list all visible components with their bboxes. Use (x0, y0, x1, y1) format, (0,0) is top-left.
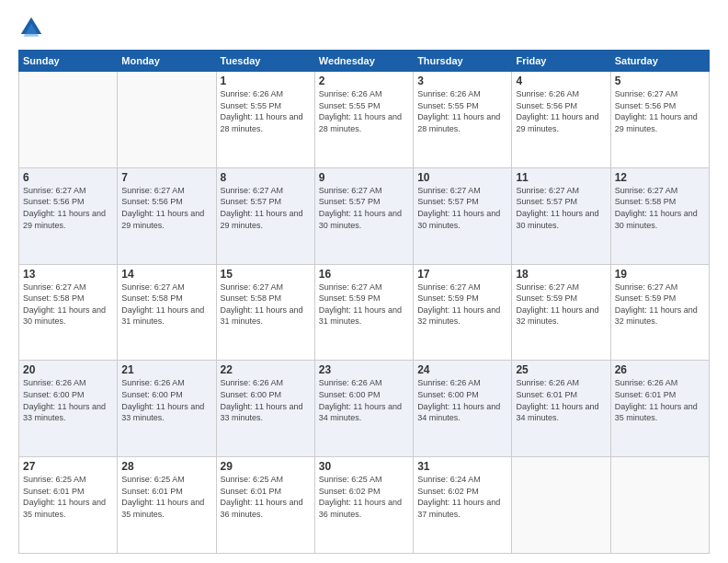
calendar-header-monday: Monday (118, 51, 216, 72)
page: SundayMondayTuesdayWednesdayThursdayFrid… (0, 0, 728, 563)
calendar-cell: 27Sunrise: 6:25 AM Sunset: 6:01 PM Dayli… (19, 457, 118, 554)
calendar-cell: 1Sunrise: 6:26 AM Sunset: 5:55 PM Daylig… (216, 72, 314, 168)
calendar-week-row: 27Sunrise: 6:25 AM Sunset: 6:01 PM Dayli… (19, 457, 710, 554)
calendar-cell: 17Sunrise: 6:27 AM Sunset: 5:59 PM Dayli… (414, 264, 512, 361)
calendar-cell: 30Sunrise: 6:25 AM Sunset: 6:02 PM Dayli… (314, 457, 413, 554)
day-info: Sunrise: 6:26 AM Sunset: 6:00 PM Dayligh… (23, 377, 113, 423)
calendar-cell: 15Sunrise: 6:27 AM Sunset: 5:58 PM Dayli… (216, 264, 314, 361)
day-info: Sunrise: 6:25 AM Sunset: 6:01 PM Dayligh… (221, 474, 311, 520)
day-number: 2 (319, 75, 409, 87)
day-info: Sunrise: 6:26 AM Sunset: 5:55 PM Dayligh… (221, 88, 311, 134)
day-number: 4 (516, 75, 606, 87)
calendar-cell: 14Sunrise: 6:27 AM Sunset: 5:58 PM Dayli… (118, 264, 216, 361)
day-info: Sunrise: 6:27 AM Sunset: 5:57 PM Dayligh… (319, 185, 409, 231)
day-number: 24 (417, 363, 507, 376)
day-number: 6 (23, 171, 113, 184)
calendar-cell: 16Sunrise: 6:27 AM Sunset: 5:59 PM Dayli… (314, 264, 413, 361)
day-number: 17 (417, 268, 507, 281)
day-info: Sunrise: 6:27 AM Sunset: 5:58 PM Dayligh… (121, 282, 211, 327)
day-info: Sunrise: 6:27 AM Sunset: 5:59 PM Dayligh… (516, 282, 606, 327)
calendar-cell: 23Sunrise: 6:26 AM Sunset: 6:00 PM Dayli… (314, 361, 413, 457)
calendar-cell: 29Sunrise: 6:25 AM Sunset: 6:01 PM Dayli… (216, 457, 314, 554)
calendar-cell: 9Sunrise: 6:27 AM Sunset: 5:57 PM Daylig… (314, 167, 413, 264)
calendar-header-row: SundayMondayTuesdayWednesdayThursdayFrid… (19, 51, 710, 72)
calendar-cell: 11Sunrise: 6:27 AM Sunset: 5:57 PM Dayli… (512, 167, 610, 264)
calendar-cell: 4Sunrise: 6:26 AM Sunset: 5:56 PM Daylig… (512, 72, 610, 168)
calendar-cell (512, 457, 610, 554)
calendar-cell: 21Sunrise: 6:26 AM Sunset: 6:00 PM Dayli… (118, 361, 216, 457)
day-number: 10 (417, 171, 507, 184)
day-number: 7 (121, 171, 211, 184)
day-number: 8 (221, 171, 311, 184)
day-number: 22 (221, 363, 311, 376)
day-number: 3 (417, 75, 507, 87)
calendar-cell: 24Sunrise: 6:26 AM Sunset: 6:00 PM Dayli… (414, 361, 512, 457)
calendar-cell (118, 72, 216, 168)
calendar-cell: 18Sunrise: 6:27 AM Sunset: 5:59 PM Dayli… (512, 264, 610, 361)
day-number: 19 (615, 268, 705, 281)
day-info: Sunrise: 6:27 AM Sunset: 5:57 PM Dayligh… (221, 185, 311, 231)
calendar-cell: 6Sunrise: 6:27 AM Sunset: 5:56 PM Daylig… (19, 167, 118, 264)
day-number: 28 (121, 460, 211, 473)
calendar-table: SundayMondayTuesdayWednesdayThursdayFrid… (18, 50, 710, 554)
day-info: Sunrise: 6:27 AM Sunset: 5:59 PM Dayligh… (615, 282, 705, 327)
day-number: 20 (23, 363, 113, 376)
day-info: Sunrise: 6:25 AM Sunset: 6:01 PM Dayligh… (121, 474, 211, 520)
calendar-cell: 22Sunrise: 6:26 AM Sunset: 6:00 PM Dayli… (216, 361, 314, 457)
calendar-cell: 12Sunrise: 6:27 AM Sunset: 5:58 PM Dayli… (610, 167, 709, 264)
day-info: Sunrise: 6:25 AM Sunset: 6:02 PM Dayligh… (319, 474, 409, 520)
day-info: Sunrise: 6:26 AM Sunset: 6:01 PM Dayligh… (516, 377, 606, 423)
calendar-header-tuesday: Tuesday (216, 51, 314, 72)
day-number: 1 (221, 75, 311, 87)
day-info: Sunrise: 6:26 AM Sunset: 5:56 PM Dayligh… (516, 88, 606, 134)
day-info: Sunrise: 6:27 AM Sunset: 5:57 PM Dayligh… (516, 185, 606, 231)
calendar-cell: 25Sunrise: 6:26 AM Sunset: 6:01 PM Dayli… (512, 361, 610, 457)
day-info: Sunrise: 6:26 AM Sunset: 6:00 PM Dayligh… (121, 377, 211, 423)
day-info: Sunrise: 6:26 AM Sunset: 5:55 PM Dayligh… (319, 88, 409, 134)
calendar-cell: 10Sunrise: 6:27 AM Sunset: 5:57 PM Dayli… (414, 167, 512, 264)
day-info: Sunrise: 6:27 AM Sunset: 5:58 PM Dayligh… (615, 185, 705, 231)
day-number: 26 (615, 363, 705, 376)
calendar-week-row: 13Sunrise: 6:27 AM Sunset: 5:58 PM Dayli… (19, 264, 710, 361)
calendar-cell: 5Sunrise: 6:27 AM Sunset: 5:56 PM Daylig… (610, 72, 709, 168)
day-info: Sunrise: 6:26 AM Sunset: 6:01 PM Dayligh… (615, 377, 705, 423)
logo (18, 15, 50, 40)
calendar-cell: 8Sunrise: 6:27 AM Sunset: 5:57 PM Daylig… (216, 167, 314, 264)
day-number: 21 (121, 363, 211, 376)
day-info: Sunrise: 6:27 AM Sunset: 5:58 PM Dayligh… (23, 282, 113, 327)
day-number: 12 (615, 171, 705, 184)
calendar-cell: 2Sunrise: 6:26 AM Sunset: 5:55 PM Daylig… (314, 72, 413, 168)
day-number: 27 (23, 460, 113, 473)
day-number: 16 (319, 268, 409, 281)
calendar-cell (610, 457, 709, 554)
calendar-cell: 3Sunrise: 6:26 AM Sunset: 5:55 PM Daylig… (414, 72, 512, 168)
calendar-cell: 31Sunrise: 6:24 AM Sunset: 6:02 PM Dayli… (414, 457, 512, 554)
day-number: 9 (319, 171, 409, 184)
calendar-cell: 28Sunrise: 6:25 AM Sunset: 6:01 PM Dayli… (118, 457, 216, 554)
day-info: Sunrise: 6:27 AM Sunset: 5:59 PM Dayligh… (417, 282, 507, 327)
calendar-cell: 26Sunrise: 6:26 AM Sunset: 6:01 PM Dayli… (610, 361, 709, 457)
day-info: Sunrise: 6:27 AM Sunset: 5:59 PM Dayligh… (319, 282, 409, 327)
logo-icon (18, 15, 44, 40)
day-number: 23 (319, 363, 409, 376)
day-info: Sunrise: 6:26 AM Sunset: 6:00 PM Dayligh… (319, 377, 409, 423)
calendar-cell: 13Sunrise: 6:27 AM Sunset: 5:58 PM Dayli… (19, 264, 118, 361)
day-info: Sunrise: 6:27 AM Sunset: 5:56 PM Dayligh… (121, 185, 211, 231)
day-number: 13 (23, 268, 113, 281)
day-info: Sunrise: 6:27 AM Sunset: 5:56 PM Dayligh… (615, 88, 705, 134)
day-number: 30 (319, 460, 409, 473)
calendar-week-row: 1Sunrise: 6:26 AM Sunset: 5:55 PM Daylig… (19, 72, 710, 168)
calendar-cell: 7Sunrise: 6:27 AM Sunset: 5:56 PM Daylig… (118, 167, 216, 264)
calendar-cell: 20Sunrise: 6:26 AM Sunset: 6:00 PM Dayli… (19, 361, 118, 457)
calendar-cell (19, 72, 118, 168)
calendar-week-row: 6Sunrise: 6:27 AM Sunset: 5:56 PM Daylig… (19, 167, 710, 264)
calendar-week-row: 20Sunrise: 6:26 AM Sunset: 6:00 PM Dayli… (19, 361, 710, 457)
day-info: Sunrise: 6:24 AM Sunset: 6:02 PM Dayligh… (417, 474, 507, 520)
calendar-header-friday: Friday (512, 51, 610, 72)
calendar-header-wednesday: Wednesday (314, 51, 413, 72)
day-number: 14 (121, 268, 211, 281)
calendar-header-saturday: Saturday (610, 51, 709, 72)
day-number: 11 (516, 171, 606, 184)
day-info: Sunrise: 6:27 AM Sunset: 5:56 PM Dayligh… (23, 185, 113, 231)
day-info: Sunrise: 6:26 AM Sunset: 6:00 PM Dayligh… (417, 377, 507, 423)
